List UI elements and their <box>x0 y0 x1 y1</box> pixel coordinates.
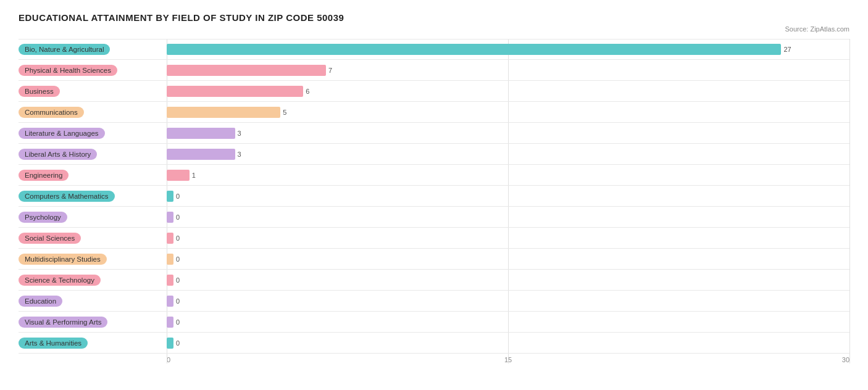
bar-value-label: 0 <box>176 214 180 221</box>
bar-label: Psychology <box>19 212 67 223</box>
bar-row: Education 0 <box>19 291 849 312</box>
bar-row: Arts & Humanities 0 <box>19 333 849 354</box>
bar-row: Computers & Mathematics 0 <box>19 186 849 207</box>
bar-row: Physical & Health Sciences 7 <box>19 60 849 81</box>
bar-label-container: Physical & Health Sciences <box>19 65 167 76</box>
bar-container: 27 <box>167 39 849 59</box>
bar-label-container: Communications <box>19 107 167 118</box>
bar-container: 0 <box>167 312 849 332</box>
bar <box>167 254 173 265</box>
bar-value-label: 27 <box>783 46 791 53</box>
bar-container: 3 <box>167 123 849 143</box>
bar <box>167 44 781 55</box>
x-axis-tick: 0 <box>167 356 394 363</box>
x-axis-tick: 30 <box>622 356 849 363</box>
bar <box>167 191 173 202</box>
bar-label-container: Visual & Performing Arts <box>19 317 167 328</box>
chart-title: EDUCATIONAL ATTAINMENT BY FIELD OF STUDY… <box>19 12 849 23</box>
bar <box>167 128 235 139</box>
bar-container: 5 <box>167 102 849 122</box>
bar <box>167 338 173 349</box>
bar-label-container: Psychology <box>19 212 167 223</box>
bar-container: 0 <box>167 186 849 206</box>
bar-row: Communications 5 <box>19 102 849 123</box>
bar-row: Engineering 1 <box>19 165 849 186</box>
bar-value-label: 6 <box>306 88 309 95</box>
bar-label-container: Science & Technology <box>19 275 167 286</box>
bar-value-label: 0 <box>176 255 180 263</box>
bar <box>167 149 235 160</box>
bar-label: Science & Technology <box>19 275 101 286</box>
bar-value-label: 0 <box>176 193 180 200</box>
grid-line <box>849 39 850 363</box>
bar-value-label: 7 <box>328 67 332 74</box>
bar-container: 0 <box>167 270 849 290</box>
bar-label-container: Business <box>19 86 167 97</box>
bar-container: 6 <box>167 81 849 101</box>
bar-label: Business <box>19 86 60 97</box>
bar-label: Literature & Languages <box>19 128 105 139</box>
bar-row: Business 6 <box>19 81 849 102</box>
bar-label: Visual & Performing Arts <box>19 317 107 328</box>
bar-label-container: Computers & Mathematics <box>19 191 167 202</box>
bar-label: Education <box>19 296 62 307</box>
bar-row: Visual & Performing Arts 0 <box>19 312 849 333</box>
bar-container: 3 <box>167 144 849 164</box>
bar-container: 0 <box>167 207 849 227</box>
bar-row: Liberal Arts & History 3 <box>19 144 849 165</box>
bar <box>167 275 173 286</box>
bar-label: Arts & Humanities <box>19 338 88 349</box>
x-axis-tick: 15 <box>394 356 622 363</box>
bar-value-label: 0 <box>176 318 180 326</box>
bar <box>167 296 173 307</box>
bar-label: Liberal Arts & History <box>19 149 97 160</box>
bar-row: Science & Technology 0 <box>19 270 849 291</box>
bar-container: 0 <box>167 333 849 353</box>
bar-label-container: Education <box>19 296 167 307</box>
bar <box>167 212 173 223</box>
bar-container: 0 <box>167 249 849 269</box>
bar-container: 7 <box>167 60 849 80</box>
bar-value-label: 3 <box>238 151 241 158</box>
bar-row: Literature & Languages 3 <box>19 123 849 144</box>
bar-value-label: 3 <box>238 130 241 137</box>
bar-value-label: 0 <box>176 234 180 242</box>
bar-container: 1 <box>167 165 849 185</box>
source-label: Source: ZipAtlas.com <box>19 25 849 33</box>
bar-value-label: 0 <box>176 339 180 347</box>
bar-label-container: Engineering <box>19 170 167 181</box>
bar-label: Communications <box>19 107 84 118</box>
bar <box>167 317 173 328</box>
bar-row: Social Sciences 0 <box>19 228 849 249</box>
bar <box>167 170 190 181</box>
bar-label-container: Liberal Arts & History <box>19 149 167 160</box>
bar-label-container: Bio, Nature & Agricultural <box>19 44 167 55</box>
bar-label: Engineering <box>19 170 69 181</box>
bar-label: Bio, Nature & Agricultural <box>19 44 110 55</box>
bar <box>167 86 303 97</box>
bar <box>167 65 326 76</box>
bar-label: Physical & Health Sciences <box>19 65 117 76</box>
bar-value-label: 5 <box>283 109 286 116</box>
bar-label: Computers & Mathematics <box>19 191 115 202</box>
bar <box>167 233 173 244</box>
bar-label-container: Arts & Humanities <box>19 338 167 349</box>
bar-label: Social Sciences <box>19 233 81 244</box>
bar-label-container: Literature & Languages <box>19 128 167 139</box>
bar-container: 0 <box>167 291 849 311</box>
bar-value-label: 0 <box>176 297 180 305</box>
bar-label-container: Social Sciences <box>19 233 167 244</box>
chart-area: Bio, Nature & Agricultural 27 Physical &… <box>19 39 849 363</box>
bar-label-container: Multidisciplinary Studies <box>19 254 167 265</box>
bar-label: Multidisciplinary Studies <box>19 254 107 265</box>
bar-row: Psychology 0 <box>19 207 849 228</box>
bar-value-label: 0 <box>176 276 180 284</box>
bar-row: Multidisciplinary Studies 0 <box>19 249 849 270</box>
bar-value-label: 1 <box>192 172 196 179</box>
bar <box>167 107 280 118</box>
bar-row: Bio, Nature & Agricultural 27 <box>19 39 849 60</box>
bar-container: 0 <box>167 228 849 248</box>
